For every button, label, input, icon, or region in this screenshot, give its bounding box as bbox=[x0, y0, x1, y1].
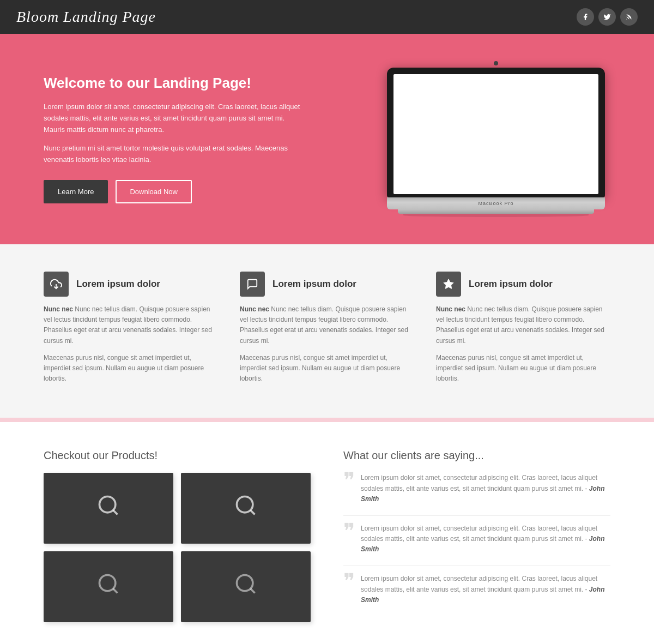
testimonials-heading: What our clients are saying... bbox=[343, 449, 610, 462]
svg-point-8 bbox=[237, 575, 253, 591]
product-search-icon-1 bbox=[96, 493, 120, 523]
svg-line-3 bbox=[113, 510, 118, 515]
bottom-section: Checkout our Products! bbox=[0, 422, 654, 644]
svg-point-4 bbox=[237, 497, 253, 513]
quote-mark-2: ❞ bbox=[343, 520, 355, 542]
feature-body2-3: Maecenas purus nisl, congue sit amet imp… bbox=[436, 353, 610, 384]
laptop-camera bbox=[494, 61, 498, 65]
feature-body1-2: Nunc nec Nunc nec tellus diam. Quisque p… bbox=[240, 304, 414, 346]
product-search-icon-2 bbox=[234, 493, 258, 523]
pink-divider bbox=[0, 418, 654, 422]
feature-card-2: Lorem ipsum dolor Nunc nec Nunc nec tell… bbox=[240, 272, 414, 390]
svg-point-6 bbox=[100, 575, 116, 591]
product-search-icon-4 bbox=[234, 572, 258, 601]
download-now-button[interactable]: Download Now bbox=[116, 180, 191, 203]
product-thumb-4[interactable] bbox=[181, 551, 311, 622]
testimonial-text-3: Lorem ipsum dolor sit amet, consectetur … bbox=[361, 574, 610, 605]
laptop-foot bbox=[398, 209, 594, 214]
svg-line-7 bbox=[113, 589, 118, 593]
quote-mark-3: ❞ bbox=[343, 570, 355, 592]
testimonial-text-2: Lorem ipsum dolor sit amet, consectetur … bbox=[361, 523, 610, 555]
svg-point-2 bbox=[100, 497, 116, 513]
cloud-download-icon bbox=[44, 272, 69, 297]
feature-body1-3: Nunc nec Nunc nec tellus diam. Quisque p… bbox=[436, 304, 610, 346]
svg-line-9 bbox=[251, 589, 255, 593]
feature-icon-row-1: Lorem ipsum dolor bbox=[44, 272, 218, 297]
testimonial-divider-1 bbox=[343, 515, 610, 516]
testimonials-column: What our clients are saying... ❞ Lorem i… bbox=[343, 449, 610, 622]
hero-para2: Nunc pretium mi sit amet tortor molestie… bbox=[44, 143, 305, 166]
features-section: Lorem ipsum dolor Nunc nec Nunc nec tell… bbox=[0, 244, 654, 418]
chat-icon bbox=[240, 272, 265, 297]
hero-text: Welcome to our Landing Page! Lorem ipsum… bbox=[44, 75, 305, 203]
hero-buttons: Learn More Download Now bbox=[44, 180, 305, 203]
testimonial-1: ❞ Lorem ipsum dolor sit amet, consectetu… bbox=[343, 473, 610, 504]
laptop-screen-outer bbox=[387, 68, 605, 197]
header-facebook-icon[interactable] bbox=[577, 8, 594, 26]
hero-laptop-image: MacBook Pro bbox=[382, 61, 610, 217]
feature-body2-2: Maecenas purus nisl, congue sit amet imp… bbox=[240, 353, 414, 384]
hero-para1: Lorem ipsum dolor sit amet, consectetur … bbox=[44, 101, 305, 135]
laptop-graphic: MacBook Pro bbox=[387, 61, 605, 217]
header-social-icons bbox=[577, 8, 638, 26]
testimonial-divider-2 bbox=[343, 565, 610, 566]
product-thumb-2[interactable] bbox=[181, 473, 311, 544]
testimonial-3: ❞ Lorem ipsum dolor sit amet, consectetu… bbox=[343, 574, 610, 605]
laptop-base: MacBook Pro bbox=[387, 197, 605, 209]
hero-heading: Welcome to our Landing Page! bbox=[44, 75, 305, 92]
learn-more-button[interactable]: Learn More bbox=[44, 180, 108, 203]
feature-icon-row-2: Lorem ipsum dolor bbox=[240, 272, 414, 297]
svg-point-0 bbox=[626, 19, 627, 20]
products-column: Checkout our Products! bbox=[44, 449, 311, 622]
feature-body1-1: Nunc nec Nunc nec tellus diam. Quisque p… bbox=[44, 304, 218, 346]
header-twitter-icon[interactable] bbox=[598, 8, 616, 26]
product-search-icon-3 bbox=[96, 572, 120, 601]
laptop-screen-inner bbox=[393, 74, 598, 194]
feature-body2-1: Maecenas purus nisl, congue sit amet imp… bbox=[44, 353, 218, 384]
product-grid bbox=[44, 473, 311, 622]
feature-icon-row-3: Lorem ipsum dolor bbox=[436, 272, 610, 297]
testimonial-text-1: Lorem ipsum dolor sit amet, consectetur … bbox=[361, 473, 610, 504]
site-header: Bloom Landing Page bbox=[0, 0, 654, 34]
star-icon bbox=[436, 272, 461, 297]
hero-section: Welcome to our Landing Page! Lorem ipsum… bbox=[0, 34, 654, 244]
laptop-shadow bbox=[403, 214, 589, 217]
quote-mark-1: ❞ bbox=[343, 470, 355, 491]
laptop-label: MacBook Pro bbox=[478, 201, 513, 206]
product-thumb-1[interactable] bbox=[44, 473, 173, 544]
feature-title-2: Lorem ipsum dolor bbox=[272, 279, 356, 290]
header-rss-icon[interactable] bbox=[620, 8, 638, 26]
feature-card-1: Lorem ipsum dolor Nunc nec Nunc nec tell… bbox=[44, 272, 218, 390]
site-title: Bloom Landing Page bbox=[16, 8, 156, 26]
svg-marker-1 bbox=[444, 279, 453, 288]
product-thumb-3[interactable] bbox=[44, 551, 173, 622]
feature-card-3: Lorem ipsum dolor Nunc nec Nunc nec tell… bbox=[436, 272, 610, 390]
feature-title-3: Lorem ipsum dolor bbox=[469, 279, 553, 290]
feature-title-1: Lorem ipsum dolor bbox=[76, 279, 160, 290]
testimonial-2: ❞ Lorem ipsum dolor sit amet, consectetu… bbox=[343, 523, 610, 555]
products-heading: Checkout our Products! bbox=[44, 449, 311, 462]
svg-line-5 bbox=[251, 510, 255, 515]
